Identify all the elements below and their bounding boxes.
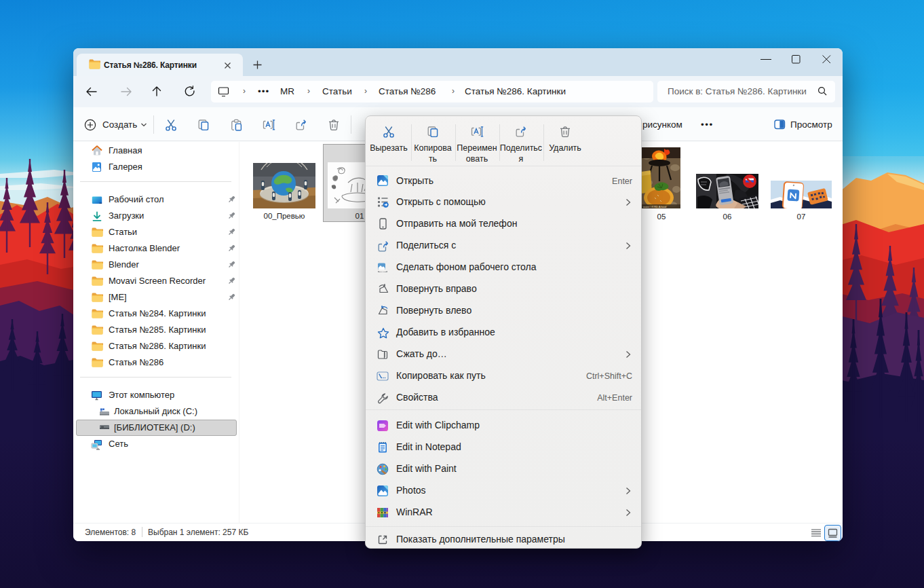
svg-text:water t fl RD A food: water t fl RD A food bbox=[643, 205, 666, 208]
